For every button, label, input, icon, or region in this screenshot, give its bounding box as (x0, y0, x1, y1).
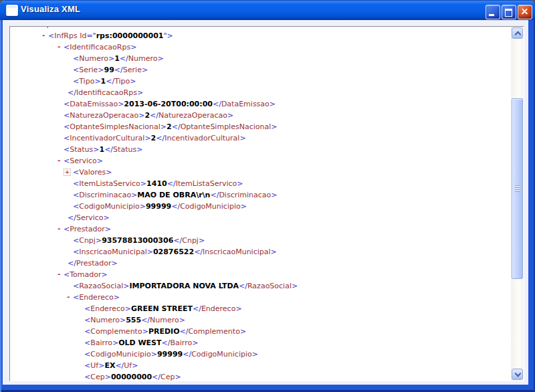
scrollbar-thumb[interactable] (512, 98, 523, 279)
maximize-icon (505, 9, 512, 17)
window-title: Visualiza XML (21, 4, 80, 14)
xml-view-frame: -<Rps>-<InfRps Id="rps:0000000001">-<Ide… (9, 26, 524, 381)
xml-row-NaturezaOperacao: <NaturezaOperacao>2</NaturezaOperacao> (10, 110, 511, 121)
xml-tree-view[interactable]: -<Rps>-<InfRps Id="rps:0000000001">-<Ide… (10, 27, 511, 381)
xml-row-Prestador: -<Prestador> (10, 223, 511, 235)
xml-row-Serie: <Serie>99</Serie> (10, 64, 511, 76)
chevron-up-icon (515, 31, 522, 38)
xml-row-CodigoMunicipio: <CodigoMunicipio>99999</CodigoMunicipio> (10, 201, 511, 212)
xml-row-Bairro: <Bairro>OLD WEST</Bairro> (10, 337, 511, 349)
xml-row-Complemento: <Complemento>PREDIO</Complemento> (10, 326, 511, 337)
xml-row-DataEmissao: <DataEmissao>2013-06-20T00:00:00</DataEm… (10, 98, 511, 110)
xml-row-IncentivadorCultural: <IncentivadorCultural>2</IncentivadorCul… (10, 132, 511, 144)
xml-row-CodigoMunicipio: <CodigoMunicipio>99999</CodigoMunicipio> (10, 349, 511, 360)
close-button[interactable] (518, 5, 532, 19)
xml-row-InfRps: -<InfRps Id="rps:0000000001"> (10, 30, 511, 41)
xml-row-Status: <Status>1</Status> (10, 144, 511, 155)
collapse-toggle[interactable]: - (29, 27, 33, 29)
collapse-toggle[interactable]: - (58, 41, 61, 52)
xml-row-IdentificacaoRps: </IdentificacaoRps> (10, 87, 511, 98)
dialog-body: -<Rps>-<InfRps Id="rps:0000000001">-<Ide… (3, 20, 528, 385)
collapse-toggle[interactable]: - (67, 291, 70, 302)
visualiza-xml-window: Visualiza XML -<Rps>-<InfRps Id="rps:000… (0, 0, 535, 392)
xml-row-Endereco: <Endereco>GREEN STREET</Endereco> (10, 303, 511, 314)
xml-row-Prestador: </Prestador> (10, 258, 511, 269)
window-controls (486, 5, 532, 19)
xml-row-IdentificacaoRps: -<IdentificacaoRps> (10, 41, 511, 53)
collapse-toggle[interactable]: - (58, 223, 61, 234)
xml-row-Numero: <Numero>1</Numero> (10, 53, 511, 64)
xml-row-Tomador: -<Tomador> (10, 269, 511, 280)
scroll-up-button[interactable] (512, 27, 523, 39)
chevron-down-icon (515, 371, 522, 377)
xml-row-Cep: <Cep>00000000</Cep> (10, 371, 511, 381)
vertical-scrollbar[interactable] (511, 27, 524, 381)
xml-row-Cnpj: <Cnpj>93578813000306</Cnpj> (10, 235, 511, 246)
xml-row-ItemListaServico: <ItemListaServico>1410</ItemListaServico… (10, 178, 511, 189)
minimize-button[interactable] (486, 5, 500, 19)
xml-row-Endereco: -<Endereco> (10, 292, 511, 303)
title-bar[interactable]: Visualiza XML (0, 0, 535, 20)
xml-row-OptanteSimplesNacional: <OptanteSimplesNacional>2</OptanteSimple… (10, 121, 511, 132)
minimize-icon (489, 14, 494, 16)
xml-row-Servico: </Servico> (10, 212, 511, 223)
collapse-toggle[interactable]: - (58, 268, 61, 280)
window-form-icon (6, 5, 18, 16)
xml-row-Uf: <Uf>EX</Uf> (10, 360, 511, 371)
xml-row-InscricaoMunicipal: <InscricaoMunicipal>02876522</InscricaoM… (10, 246, 511, 258)
xml-row-Numero: <Numero>555</Numero> (10, 314, 511, 326)
xml-row-RazaoSocial: <RazaoSocial>IMPORTADORA NOVA LTDA</Raza… (10, 280, 511, 292)
scroll-down-button[interactable] (512, 369, 523, 380)
collapse-toggle[interactable]: - (58, 155, 61, 166)
expand-toggle[interactable]: + (64, 169, 71, 176)
xml-row-Tipo: <Tipo>1</Tipo> (10, 76, 511, 87)
collapse-toggle[interactable]: - (42, 29, 45, 41)
maximize-button[interactable] (502, 5, 516, 19)
xml-row-Valores: +<Valores> (10, 167, 511, 178)
xml-row-Servico: -<Servico> (10, 155, 511, 167)
thumb-grip-icon (515, 185, 520, 192)
xml-row-Discriminacao: <Discriminacao>MAO DE OBRA\r\n</Discrimi… (10, 189, 511, 201)
